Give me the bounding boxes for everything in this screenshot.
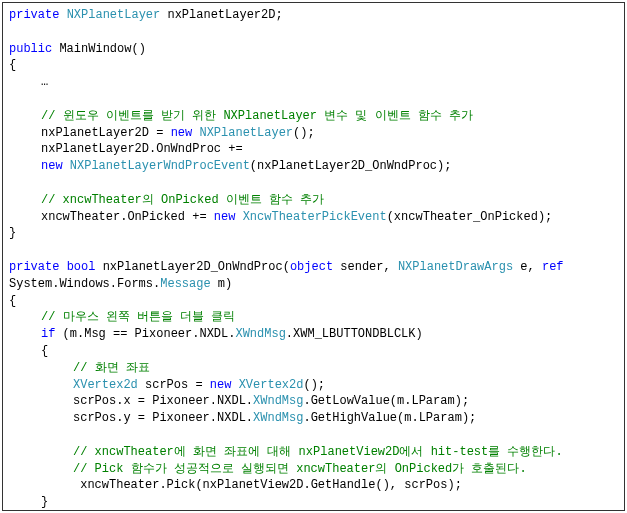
code-line: // 마우스 왼쪽 버튼을 더블 클릭 <box>9 309 618 326</box>
comment: // 화면 좌표 <box>73 361 150 375</box>
code-line: { <box>9 293 618 310</box>
comment: // xncwTheater의 OnPicked 이벤트 함수 추가 <box>41 193 324 207</box>
code-line: System.Windows.Forms.Message m) <box>9 276 618 293</box>
keyword: public <box>9 42 52 56</box>
type: XWndMsg <box>235 327 285 341</box>
code-block: private NXPlanetLayer nxPlanetLayer2D; p… <box>2 2 625 511</box>
code-line: scrPos.x = Pixoneer.NXDL.XWndMsg.GetLowV… <box>9 393 618 410</box>
keyword: object <box>290 260 333 274</box>
keyword: new <box>214 210 236 224</box>
code-line: // 화면 좌표 <box>9 360 618 377</box>
code-line: public MainWindow() <box>9 41 618 58</box>
code-line: // 윈도우 이벤트를 받기 위한 NXPlanetLayer 변수 및 이벤트… <box>9 108 618 125</box>
blank-line <box>9 175 618 192</box>
code-line: if (m.Msg == Pixoneer.NXDL.XWndMsg.XWM_L… <box>9 326 618 343</box>
code-line: private NXPlanetLayer nxPlanetLayer2D; <box>9 7 618 24</box>
code-line: scrPos.y = Pixoneer.NXDL.XWndMsg.GetHigh… <box>9 410 618 427</box>
keyword: private <box>9 260 59 274</box>
comment: // 윈도우 이벤트를 받기 위한 NXPlanetLayer 변수 및 이벤트… <box>41 109 473 123</box>
type: NXPlanetLayer <box>199 126 293 140</box>
code-line: xncwTheater.Pick(nxPlanetView2D.GetHandl… <box>9 477 618 494</box>
keyword: new <box>171 126 193 140</box>
code-line: // xncwTheater에 화면 좌표에 대해 nxPlanetView2D… <box>9 444 618 461</box>
comment: // xncwTheater에 화면 좌표에 대해 nxPlanetView2D… <box>73 445 563 459</box>
keyword: bool <box>67 260 96 274</box>
code-line: private bool nxPlanetLayer2D_OnWndProc(o… <box>9 259 618 276</box>
type: XVertex2d <box>73 378 138 392</box>
code-line: nxPlanetLayer2D.OnWndProc += <box>9 141 618 158</box>
keyword: private <box>9 8 59 22</box>
code-line: xncwTheater.OnPicked += new XncwTheaterP… <box>9 209 618 226</box>
comment: // Pick 함수가 성공적으로 실행되면 xncwTheater의 OnPi… <box>73 462 527 476</box>
keyword: new <box>210 378 232 392</box>
code-line: nxPlanetLayer2D = new NXPlanetLayer(); <box>9 125 618 142</box>
type: Message <box>160 277 210 291</box>
code-line: } <box>9 494 618 511</box>
comment: // 마우스 왼쪽 버튼을 더블 클릭 <box>41 310 235 324</box>
type: XncwTheaterPickEvent <box>243 210 387 224</box>
code-line: { <box>9 343 618 360</box>
code-line: new NXPlanetLayerWndProcEvent(nxPlanetLa… <box>9 158 618 175</box>
keyword: ref <box>542 260 564 274</box>
type: NXPlanetLayer <box>67 8 161 22</box>
code-line: } <box>9 225 618 242</box>
blank-line <box>9 91 618 108</box>
code-line: … <box>9 74 618 91</box>
code-line: // xncwTheater의 OnPicked 이벤트 함수 추가 <box>9 192 618 209</box>
keyword: if <box>41 327 55 341</box>
type: XWndMsg <box>253 394 303 408</box>
type: NXPlanetLayerWndProcEvent <box>70 159 250 173</box>
blank-line <box>9 24 618 41</box>
code-line: // Pick 함수가 성공적으로 실행되면 xncwTheater의 OnPi… <box>9 461 618 478</box>
blank-line <box>9 242 618 259</box>
code-line: XVertex2d scrPos = new XVertex2d(); <box>9 377 618 394</box>
type: XVertex2d <box>239 378 304 392</box>
type: XWndMsg <box>253 411 303 425</box>
type: NXPlanetDrawArgs <box>398 260 513 274</box>
code-line: { <box>9 57 618 74</box>
keyword: new <box>41 159 63 173</box>
blank-line <box>9 427 618 444</box>
